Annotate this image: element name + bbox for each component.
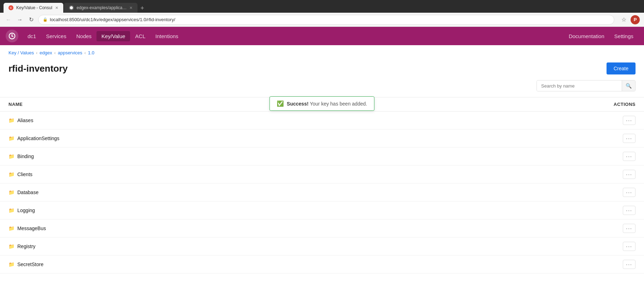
- table-row[interactable]: 📁 SecretStore ···: [0, 256, 644, 274]
- search-input-wrapper: 🔍: [537, 80, 636, 91]
- breadcrumb-sep-1: ‹: [36, 50, 37, 55]
- row-label-9: SecretStore: [17, 262, 43, 267]
- nav-datacenter[interactable]: dc1: [23, 31, 41, 41]
- action-menu-button-5[interactable]: ···: [623, 188, 636, 197]
- row-label-7: MessageBus: [17, 226, 46, 231]
- column-actions-header: Actions: [607, 102, 636, 107]
- tab-close-1[interactable]: ✕: [55, 6, 58, 10]
- row-name-5: 📁 Database: [8, 190, 607, 195]
- app-logo[interactable]: [6, 30, 18, 42]
- row-name-8: 📁 Registry: [8, 244, 607, 249]
- nav-intentions[interactable]: Intentions: [151, 31, 183, 41]
- action-menu-button-1[interactable]: ···: [623, 116, 636, 125]
- nav-kv[interactable]: Key/Value: [96, 31, 130, 41]
- action-menu-button-2[interactable]: ···: [623, 134, 636, 143]
- new-tab-button[interactable]: +: [138, 4, 146, 13]
- app-nav: dc1 Services Nodes Key/Value ACL Intenti…: [0, 27, 644, 45]
- table-row[interactable]: 📁 ApplicationSettings ···: [0, 130, 644, 148]
- table-row[interactable]: 📁 Binding ···: [0, 148, 644, 166]
- browser-tabs: C Key/Value - Consul ✕ edgex-examples/ap…: [4, 0, 146, 13]
- reload-button[interactable]: ↻: [27, 16, 35, 24]
- row-label-1: Aliases: [17, 118, 33, 123]
- browser-actions: ☆ P: [619, 15, 640, 24]
- tab-close-2[interactable]: ✕: [129, 6, 133, 10]
- row-actions-8: ···: [607, 242, 636, 251]
- row-actions-7: ···: [607, 224, 636, 233]
- row-actions-9: ···: [607, 260, 636, 269]
- action-menu-button-9[interactable]: ···: [623, 260, 636, 269]
- success-detail: Your key has been added.: [309, 101, 367, 107]
- row-actions-5: ···: [607, 188, 636, 197]
- row-actions-3: ···: [607, 152, 636, 161]
- breadcrumb: Key / Values ‹ edgex ‹ appservices ‹ 1.0: [0, 45, 644, 59]
- folder-icon-4: 📁: [8, 172, 14, 177]
- nav-documentation[interactable]: Documentation: [564, 31, 609, 41]
- row-label-4: Clients: [17, 172, 33, 177]
- nav-services[interactable]: Services: [41, 31, 71, 41]
- action-menu-button-6[interactable]: ···: [623, 206, 636, 215]
- folder-icon-2: 📁: [8, 136, 14, 141]
- action-menu-button-7[interactable]: ···: [623, 224, 636, 233]
- table-row[interactable]: 📁 MessageBus ···: [0, 220, 644, 238]
- bookmark-button[interactable]: ☆: [619, 15, 628, 24]
- row-label-6: Logging: [17, 208, 35, 213]
- success-message: Success! Your key has been added.: [287, 101, 367, 107]
- nav-settings[interactable]: Settings: [609, 31, 638, 41]
- breadcrumb-version[interactable]: 1.0: [88, 50, 94, 55]
- kv-table: Name Actions 📁 Aliases ··· 📁 Application…: [0, 97, 644, 274]
- table-row[interactable]: 📁 Aliases ···: [0, 112, 644, 130]
- table-row[interactable]: 📁 Registry ···: [0, 238, 644, 256]
- tab-favicon-2: [69, 5, 74, 10]
- row-name-2: 📁 ApplicationSettings: [8, 136, 607, 141]
- row-name-7: 📁 MessageBus: [8, 226, 607, 231]
- profile-button[interactable]: P: [631, 15, 640, 24]
- folder-icon-1: 📁: [8, 118, 14, 123]
- nav-nodes[interactable]: Nodes: [71, 31, 96, 41]
- row-name-6: 📁 Logging: [8, 208, 607, 213]
- row-name-9: 📁 SecretStore: [8, 262, 607, 267]
- action-menu-button-3[interactable]: ···: [623, 152, 636, 161]
- row-name-4: 📁 Clients: [8, 172, 607, 177]
- row-actions-4: ···: [607, 170, 636, 179]
- folder-icon-7: 📁: [8, 226, 14, 231]
- browser-tab-2[interactable]: edgex-examples/applica… ✕: [64, 3, 137, 13]
- forward-button[interactable]: →: [16, 16, 24, 24]
- breadcrumb-kv[interactable]: Key / Values: [8, 50, 34, 55]
- table-row[interactable]: 📁 Clients ···: [0, 166, 644, 184]
- folder-icon-3: 📁: [8, 154, 14, 159]
- row-actions-6: ···: [607, 206, 636, 215]
- table-row[interactable]: 📁 Logging ···: [0, 202, 644, 220]
- search-input[interactable]: [537, 81, 622, 91]
- breadcrumb-edgex[interactable]: edgex: [40, 50, 52, 55]
- nav-acl[interactable]: ACL: [130, 31, 150, 41]
- success-bold: Success!: [287, 101, 308, 107]
- browser-tab-1[interactable]: C Key/Value - Consul ✕: [4, 3, 63, 13]
- folder-icon-6: 📁: [8, 208, 14, 213]
- folder-icon-9: 📁: [8, 262, 14, 267]
- url-text: localhost:8500/ui/dc1/kv/edgex/appservic…: [50, 17, 175, 22]
- row-name-3: 📁 Binding: [8, 154, 607, 159]
- row-label-2: ApplicationSettings: [17, 136, 59, 141]
- row-actions-1: ···: [607, 116, 636, 125]
- action-menu-button-4[interactable]: ···: [623, 170, 636, 179]
- page-header: rfid-inventory Create: [0, 59, 644, 80]
- svg-point-2: [11, 35, 13, 37]
- success-banner: ✅ Success! Your key has been added.: [269, 96, 374, 111]
- row-actions-2: ···: [607, 134, 636, 143]
- success-check-icon: ✅: [277, 100, 284, 107]
- back-button[interactable]: ←: [4, 16, 13, 24]
- row-label-3: Binding: [17, 154, 34, 159]
- search-button[interactable]: 🔍: [622, 80, 635, 91]
- table-row[interactable]: 📁 Database ···: [0, 184, 644, 202]
- tab-label-2: edgex-examples/applica…: [77, 5, 127, 10]
- tab-favicon-1: C: [8, 5, 13, 10]
- address-bar[interactable]: 🔒 localhost:8500/ui/dc1/kv/edgex/appserv…: [38, 15, 614, 25]
- action-menu-button-8[interactable]: ···: [623, 242, 636, 251]
- folder-icon-8: 📁: [8, 244, 14, 249]
- page-title: rfid-inventory: [8, 63, 68, 74]
- tab-label-1: Key/Value - Consul: [16, 5, 52, 10]
- create-button[interactable]: Create: [607, 62, 636, 74]
- breadcrumb-appservices[interactable]: appservices: [58, 50, 82, 55]
- browser-chrome: C Key/Value - Consul ✕ edgex-examples/ap…: [0, 0, 644, 13]
- svg-point-0: [70, 6, 73, 10]
